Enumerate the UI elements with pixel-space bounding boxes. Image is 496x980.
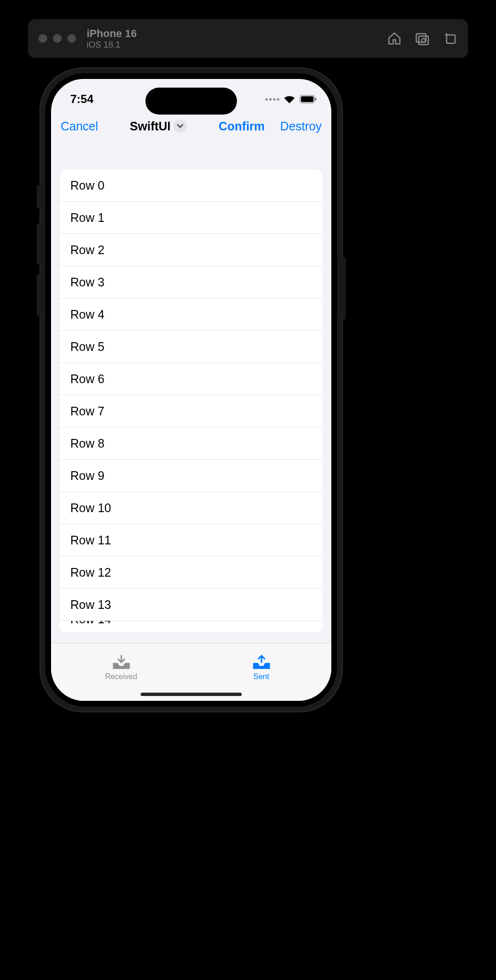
nav-bar: Cancel SwiftUI Confirm Destroy xyxy=(51,111,331,142)
list-item-label: Row 7 xyxy=(70,404,104,418)
list-item[interactable]: Row 14 xyxy=(60,621,323,632)
simulator-toolbar: iPhone 16 iOS 18.1 xyxy=(28,19,468,58)
chevron-down-icon xyxy=(173,119,187,133)
content-area[interactable]: Row 0 Row 1 Row 2 Row 3 Row 4 Row 5 Row … xyxy=(51,142,331,701)
home-icon[interactable] xyxy=(387,31,402,46)
list-item[interactable]: Row 0 xyxy=(60,169,323,202)
side-button-volume-down xyxy=(37,274,40,316)
list-item-label: Row 5 xyxy=(70,340,104,354)
list-item-label: Row 10 xyxy=(70,501,111,515)
list-item-label: Row 0 xyxy=(70,179,104,193)
list-item-label: Row 12 xyxy=(70,566,111,580)
tab-label: Received xyxy=(105,672,137,681)
list-item-label: Row 9 xyxy=(70,469,104,483)
simulator-title: iPhone 16 iOS 18.1 xyxy=(87,27,137,50)
list-item[interactable]: Row 5 xyxy=(60,331,323,363)
close-window-dot[interactable] xyxy=(39,34,47,43)
list-item-label: Row 11 xyxy=(70,533,111,547)
wifi-icon xyxy=(283,94,296,104)
destroy-button[interactable]: Destroy xyxy=(277,117,325,135)
list-item[interactable]: Row 8 xyxy=(60,427,323,460)
tab-bar: Received Sent xyxy=(51,648,331,687)
home-indicator[interactable] xyxy=(141,693,242,696)
cancel-button[interactable]: Cancel xyxy=(58,117,101,135)
list-item[interactable]: Row 11 xyxy=(60,524,323,556)
status-time: 7:54 xyxy=(70,92,109,106)
zoom-window-dot[interactable] xyxy=(67,34,76,43)
tab-label: Sent xyxy=(253,672,269,681)
svg-rect-1 xyxy=(419,36,429,45)
list-item-label: Row 8 xyxy=(70,437,104,451)
confirm-button[interactable]: Confirm xyxy=(216,117,268,135)
list-item[interactable]: Row 1 xyxy=(60,202,323,234)
list-item-label: Row 1 xyxy=(70,211,104,225)
minimize-window-dot[interactable] xyxy=(53,34,62,43)
list-item-label: Row 3 xyxy=(70,275,104,289)
side-button-volume-up xyxy=(37,223,40,265)
side-button-silence xyxy=(37,185,40,208)
list-item[interactable]: Row 7 xyxy=(60,395,323,427)
inbox-up-icon xyxy=(252,654,271,671)
tab-sent[interactable]: Sent xyxy=(191,648,331,687)
svg-rect-0 xyxy=(417,34,426,42)
svg-point-2 xyxy=(422,39,426,42)
list-item[interactable]: Row 10 xyxy=(60,492,323,524)
list-item[interactable]: Row 12 xyxy=(60,556,323,589)
inbox-down-icon xyxy=(112,654,131,671)
window-traffic-lights[interactable] xyxy=(39,34,76,43)
list-item[interactable]: Row 4 xyxy=(60,298,323,331)
screenshot-icon[interactable] xyxy=(415,31,430,46)
list: Row 0 Row 1 Row 2 Row 3 Row 4 Row 5 Row … xyxy=(60,169,323,632)
simulator-device-label: iPhone 16 xyxy=(87,27,137,40)
list-item[interactable]: Row 9 xyxy=(60,460,323,492)
side-button-power xyxy=(342,257,346,320)
dynamic-island xyxy=(145,88,237,115)
list-item[interactable]: Row 13 xyxy=(60,589,323,621)
svg-rect-3 xyxy=(447,35,456,44)
list-item[interactable]: Row 6 xyxy=(60,363,323,395)
phone-frame: 7:54 Cancel SwiftUI xyxy=(39,67,343,712)
list-item-label: Row 14 xyxy=(70,621,111,626)
list-item[interactable]: Row 3 xyxy=(60,266,323,298)
nav-title-label: SwiftUI xyxy=(130,119,171,133)
list-item-label: Row 4 xyxy=(70,308,104,322)
nav-title-menu[interactable]: SwiftUI xyxy=(130,119,187,133)
simulator-os-label: iOS 18.1 xyxy=(87,40,137,50)
rotate-icon[interactable] xyxy=(443,31,457,46)
list-item-label: Row 2 xyxy=(70,243,104,257)
battery-icon xyxy=(300,95,317,103)
phone-screen: 7:54 Cancel SwiftUI xyxy=(51,79,331,701)
svg-rect-6 xyxy=(315,98,316,101)
list-item-label: Row 6 xyxy=(70,372,104,386)
tab-received[interactable]: Received xyxy=(51,648,191,687)
list-item-label: Row 13 xyxy=(70,598,111,612)
svg-rect-5 xyxy=(301,96,313,102)
list-item[interactable]: Row 2 xyxy=(60,234,323,266)
cellular-icon xyxy=(265,98,279,101)
